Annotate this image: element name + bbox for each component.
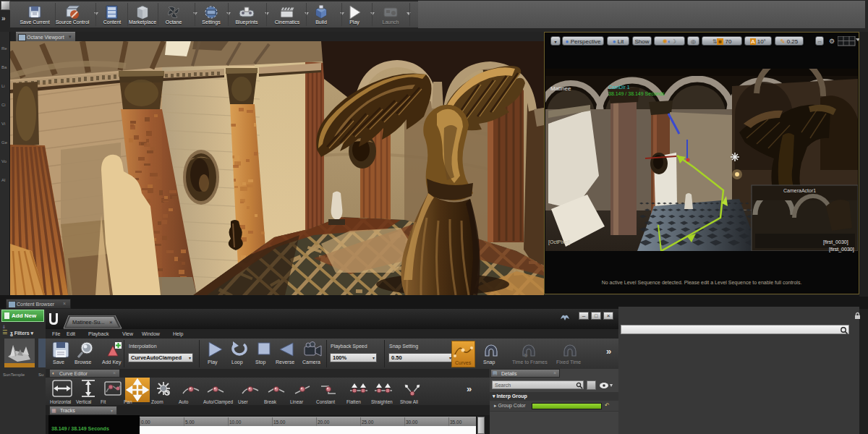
svg-text:×: × xyxy=(109,319,113,326)
svg-text:Matinee-Su...: Matinee-Su... xyxy=(72,319,105,326)
svg-text:↻: ↻ xyxy=(524,353,528,358)
